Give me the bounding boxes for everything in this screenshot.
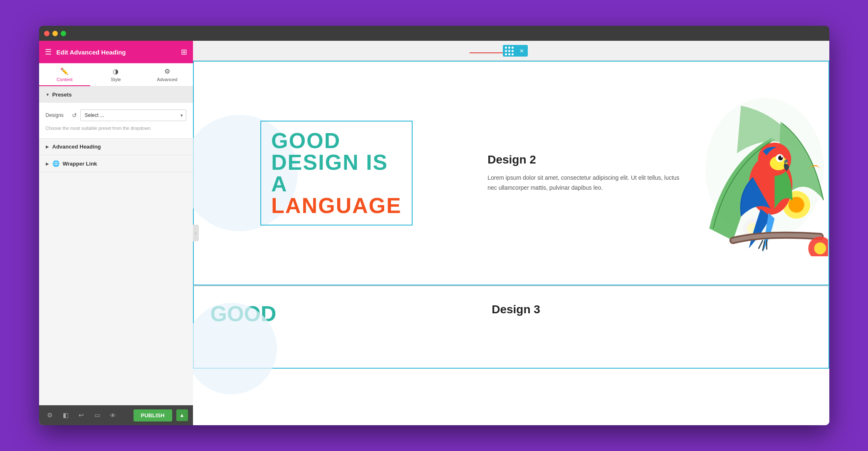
- grid-dots-icon: [505, 47, 514, 55]
- responsive-icon[interactable]: ▭: [91, 409, 103, 421]
- canvas-top-bar: ✕ Edit Section: [193, 41, 829, 61]
- close-button[interactable]: [44, 31, 49, 36]
- canvas-section-1: GOOD DESIGN IS A LANGUAGE Design 2 Lorem…: [193, 61, 829, 285]
- designs-label: Designs: [46, 112, 69, 118]
- history-icon[interactable]: ↩: [76, 409, 87, 421]
- advanced-heading-section[interactable]: ▶ Advanced Heading: [39, 139, 193, 155]
- sidebar-bottom: ⚙ ◧ ↩ ▭ 👁 PUBLISH ▲: [39, 405, 193, 425]
- hamburger-icon[interactable]: ☰: [45, 47, 52, 57]
- traffic-lights: [44, 31, 66, 36]
- advanced-heading-label: Advanced Heading: [52, 144, 101, 150]
- presets-arrow-icon: ▼: [46, 92, 50, 97]
- heading-line-3: A: [271, 173, 402, 195]
- section-left: GOOD DESIGN IS A LANGUAGE: [194, 62, 480, 285]
- designs-hint: Choose the most suitable preset from the…: [46, 125, 186, 131]
- settings-icon[interactable]: ⚙: [44, 409, 56, 421]
- edit-section-toolbar: ✕ Edit Section: [503, 45, 528, 57]
- maximize-button[interactable]: [61, 31, 66, 36]
- heading-line-4: LANGUAGE: [271, 195, 402, 216]
- refresh-icon[interactable]: ↺: [72, 112, 77, 119]
- parrot-image-area: [701, 62, 828, 285]
- tab-style-label: Style: [111, 77, 121, 82]
- svg-point-12: [781, 156, 783, 158]
- sidebar-content: ▼ Presets Designs ↺ Select ... Cho: [39, 87, 193, 405]
- preview-icon[interactable]: 👁: [107, 409, 119, 421]
- section-2-left: GOOD: [194, 286, 480, 368]
- section-right: Design 2 Lorem ipsum dolor sit amet, con…: [479, 62, 701, 285]
- presets-section-header[interactable]: ▼ Presets: [39, 87, 193, 103]
- style-icon: ◑: [113, 67, 119, 75]
- minimize-button[interactable]: [52, 31, 58, 36]
- tab-content[interactable]: ✏️ Content: [39, 63, 90, 86]
- tab-advanced-label: Advanced: [157, 77, 177, 82]
- titlebar: [39, 26, 829, 41]
- design2-title: Design 2: [487, 153, 689, 166]
- canvas-area: ✕ Edit Section GOOD DESIGN IS A LANGU: [193, 41, 829, 425]
- svg-point-14: [814, 243, 826, 255]
- advanced-heading-arrow-icon: ▶: [46, 144, 49, 149]
- wrapper-link-arrow-icon: ▶: [46, 161, 49, 166]
- sidebar-collapse-handle[interactable]: ‹: [193, 225, 199, 241]
- app-window: ☰ Edit Advanced Heading ⊞ ✏️ Content ◑ S…: [39, 26, 829, 425]
- heading-line-2: DESIGN IS: [271, 151, 402, 173]
- close-section-button[interactable]: ✕: [516, 45, 528, 57]
- tab-style[interactable]: ◑ Style: [90, 63, 141, 86]
- apps-icon[interactable]: ⊞: [181, 47, 187, 57]
- wrapper-link-label: Wrapper Link: [63, 161, 97, 167]
- gear-icon: ⚙: [164, 67, 170, 75]
- design3-title: Design 3: [492, 303, 816, 316]
- bg-circle-2: [193, 303, 277, 394]
- sidebar-header: ☰ Edit Advanced Heading ⊞: [39, 41, 193, 63]
- designs-select-wrapper: Select ...: [80, 109, 186, 121]
- canvas-section-2: GOOD Design 3: [193, 285, 829, 369]
- publish-dropdown-button[interactable]: ▲: [176, 409, 188, 421]
- drag-handle[interactable]: [503, 45, 516, 57]
- sidebar-tabs: ✏️ Content ◑ Style ⚙ Advanced: [39, 63, 193, 87]
- designs-row: Designs ↺ Select ...: [46, 109, 186, 121]
- tab-content-label: Content: [57, 77, 73, 82]
- heading-box[interactable]: GOOD DESIGN IS A LANGUAGE: [260, 121, 413, 226]
- designs-select[interactable]: Select ...: [80, 109, 186, 121]
- canvas-content[interactable]: GOOD DESIGN IS A LANGUAGE Design 2 Lorem…: [193, 61, 829, 425]
- sidebar-title: Edit Advanced Heading: [57, 49, 176, 56]
- section-2-right: Design 3: [479, 286, 828, 368]
- presets-content: Designs ↺ Select ... Choose the most sui…: [39, 103, 193, 139]
- parrot-illustration: [701, 90, 828, 256]
- pencil-icon: ✏️: [60, 67, 69, 75]
- design2-body: Lorem ipsum dolor sit amet, consectetur …: [487, 173, 689, 193]
- sidebar: ☰ Edit Advanced Heading ⊞ ✏️ Content ◑ S…: [39, 41, 193, 425]
- presets-label: Presets: [52, 92, 72, 98]
- wrapper-link-section[interactable]: ▶ 🌐 Wrapper Link: [39, 155, 193, 172]
- globe-icon: 🌐: [52, 160, 59, 167]
- tab-advanced[interactable]: ⚙ Advanced: [141, 63, 193, 86]
- publish-button[interactable]: PUBLISH: [134, 409, 172, 421]
- heading-line-1: GOOD: [271, 130, 402, 151]
- app-body: ☰ Edit Advanced Heading ⊞ ✏️ Content ◑ S…: [39, 41, 829, 425]
- layers-icon[interactable]: ◧: [60, 409, 72, 421]
